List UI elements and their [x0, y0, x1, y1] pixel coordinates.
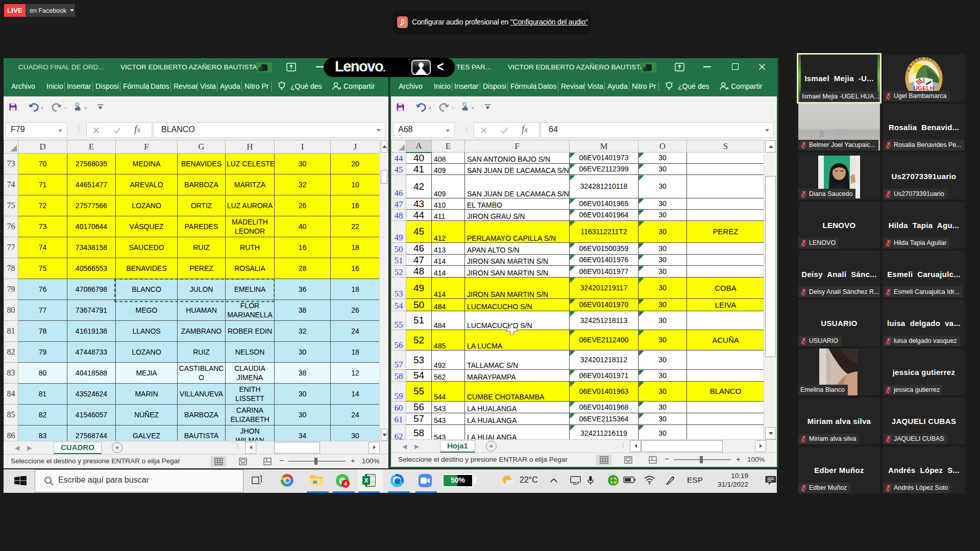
- svg-text:UGELH: UGELH: [914, 85, 935, 91]
- svg-text:D: D: [920, 57, 923, 60]
- svg-text:X: X: [364, 477, 368, 484]
